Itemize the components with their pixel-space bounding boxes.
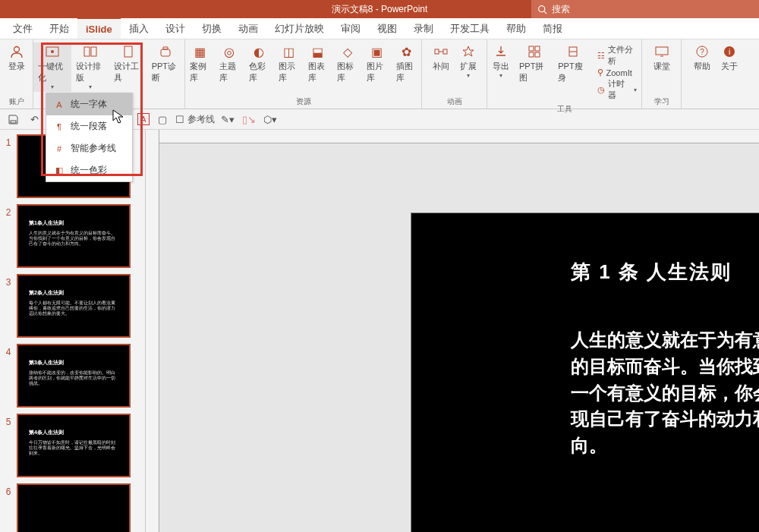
qat-item[interactable]: ⬡▾	[262, 111, 279, 127]
resource-4[interactable]: ⬓图表库	[304, 42, 333, 85]
svg-rect-6	[91, 47, 96, 56]
timer-label: 计时器	[608, 78, 631, 101]
resource-1[interactable]: ◎主题库	[215, 42, 244, 85]
qat-item[interactable]: A	[137, 113, 150, 125]
dd-label: 智能参考线	[71, 142, 116, 155]
menu-file[interactable]: 文件	[5, 18, 41, 39]
layout-icon	[83, 44, 98, 59]
undo-button[interactable]: ↶	[26, 111, 43, 127]
lib-icon: ▦	[192, 44, 207, 59]
login-button[interactable]: 登录	[3, 42, 30, 74]
tools-icon	[121, 44, 136, 59]
export-icon	[493, 44, 509, 59]
menu-brief[interactable]: 简报	[534, 18, 571, 39]
menu-review[interactable]: 审阅	[332, 18, 369, 39]
group-tool-label: 工具	[487, 102, 641, 116]
thumb-number: 1	[0, 134, 17, 148]
guide-label: 参考线	[187, 113, 215, 126]
resource-6[interactable]: ▣图片库	[362, 42, 392, 85]
resource-2[interactable]: ◐色彩库	[244, 42, 274, 85]
ruler-horizontal	[159, 130, 759, 143]
search-box[interactable]: 搜索	[531, 0, 759, 18]
title-bar: 演示文稿8 - PowerPoint 搜索	[0, 0, 759, 18]
zoomit-button[interactable]: ⚲ZoomIt	[597, 68, 637, 77]
slide-canvas[interactable]: 第 1 条 人生法则 人生的意义就在于为有意的目标而奋斗。当你找到一个有意义的目…	[146, 130, 759, 532]
dd-label: 统一色彩	[71, 164, 107, 177]
optimize-button[interactable]: 一键优化 ▾	[33, 42, 71, 92]
resource-5[interactable]: ◇图标库	[332, 42, 362, 85]
slim-button[interactable]: PPT瘦身	[553, 42, 592, 85]
tween-button[interactable]: 补间	[427, 42, 455, 74]
svg-text:?: ?	[700, 48, 704, 56]
dropdown-item[interactable]: ¶统一段落	[46, 115, 132, 137]
clock-icon: ◷	[597, 85, 605, 95]
svg-point-4	[51, 50, 54, 53]
resource-7[interactable]: ✿插图库	[392, 42, 421, 85]
help-button[interactable]: ?帮助	[688, 42, 716, 74]
svg-point-0	[539, 5, 545, 11]
puzzle-button[interactable]: PPT拼图	[515, 42, 553, 85]
slim-label: PPT瘦身	[558, 61, 587, 83]
about-button[interactable]: i关于	[716, 42, 743, 74]
thumbnail-5[interactable]: 第4条人生法则今日万物皆不如意时，请记住最黑暗的时刻往往孕育着新的曙光。坚持下去…	[17, 414, 131, 477]
menu-record[interactable]: 录制	[405, 18, 442, 39]
lib-label: 图片库	[367, 61, 387, 83]
menu-home[interactable]: 开始	[41, 18, 77, 39]
dropdown-item[interactable]: ◧统一色彩	[46, 159, 132, 181]
qat-item[interactable]: ▢	[154, 111, 171, 127]
optimize-dropdown: A统一字体¶统一段落#智能参考线◧统一色彩	[46, 93, 133, 182]
slide-title[interactable]: 第 1 条 人生法则	[571, 259, 759, 285]
save-button[interactable]	[5, 111, 21, 127]
svg-rect-12	[529, 46, 534, 51]
resource-3[interactable]: ◫图示库	[274, 42, 304, 85]
svg-rect-9	[435, 49, 439, 54]
menu-islide[interactable]: iSlide	[77, 17, 121, 39]
thumbnail-4[interactable]: 第3条人生法则接纳你不能改变的，改变你能影响的。明白两者的区别，你就能平静面对生…	[17, 344, 131, 408]
ruler-vertical	[146, 130, 159, 532]
menu-view[interactable]: 视图	[369, 18, 405, 39]
svg-rect-13	[535, 46, 540, 51]
menu-bar: 文件 开始 iSlide 插入 设计 切换 动画 幻灯片放映 审阅 视图 录制 …	[0, 18, 759, 39]
menu-slideshow[interactable]: 幻灯片放映	[266, 18, 332, 39]
fileanalyze-button[interactable]: ☷文件分析	[597, 44, 637, 67]
menu-devtools[interactable]: 开发工具	[442, 18, 498, 39]
slim-icon	[565, 44, 581, 59]
svg-rect-5	[84, 47, 90, 56]
lib-label: 图表库	[308, 61, 329, 83]
current-slide[interactable]: 第 1 条 人生法则 人生的意义就在于为有意的目标而奋斗。当你找到一个有意义的目…	[411, 213, 759, 532]
menu-transition[interactable]: 切换	[194, 18, 230, 39]
group-learn-label: 学习	[642, 95, 681, 109]
optimize-icon	[45, 44, 60, 59]
timer-button[interactable]: ◷计时器▾	[597, 78, 637, 101]
thumbnail-2[interactable]: 第1条人生法则人生的意义就在于为有意义的目标而奋斗。当你找到了一个有意义的目标，…	[17, 204, 131, 268]
menu-insert[interactable]: 插入	[121, 18, 157, 39]
resource-0[interactable]: ▦案例库	[185, 42, 215, 85]
dd-icon: A	[54, 99, 65, 110]
group-account-label: 账户	[0, 95, 33, 109]
tween-label: 补间	[433, 61, 449, 72]
svg-rect-8	[161, 49, 170, 56]
export-button[interactable]: 导出▾	[487, 42, 515, 80]
lib-label: 案例库	[190, 61, 210, 83]
diag-button[interactable]: PPT诊断	[147, 42, 184, 85]
thumbnail-6[interactable]	[17, 483, 131, 532]
guide-toggle[interactable]: ☐参考线	[175, 111, 215, 127]
tv-icon	[654, 44, 669, 59]
layout-button[interactable]: 设计排版 ▾	[71, 42, 109, 92]
thumbnail-3[interactable]: 第2条人生法则每个人都有无限可能。不要让别人的看法束缚你，勇敢追求自己想要的生活…	[17, 274, 131, 338]
qat-item[interactable]: ▯↘	[241, 111, 257, 127]
menu-design[interactable]: 设计	[157, 18, 194, 39]
zoom-icon: ⚲	[597, 68, 603, 77]
help-label: 帮助	[694, 61, 710, 72]
slide-body[interactable]: 人生的意义就在于为有意的目标而奋斗。当你找到一个有意义的目标，你会现自己有了奋斗…	[571, 327, 759, 459]
menu-animation[interactable]: 动画	[230, 18, 266, 39]
expand-button[interactable]: 扩展 ▾	[455, 42, 482, 80]
qat-item[interactable]: ✎▾	[219, 111, 236, 127]
lib-icon: ◐	[251, 44, 266, 59]
class-button[interactable]: 课堂	[648, 42, 676, 74]
tools-button[interactable]: 设计工具	[109, 42, 147, 85]
dropdown-item[interactable]: #智能参考线	[46, 137, 132, 159]
svg-rect-7	[124, 46, 132, 57]
dropdown-item[interactable]: A统一字体	[46, 93, 132, 115]
menu-help[interactable]: 帮助	[498, 18, 534, 39]
